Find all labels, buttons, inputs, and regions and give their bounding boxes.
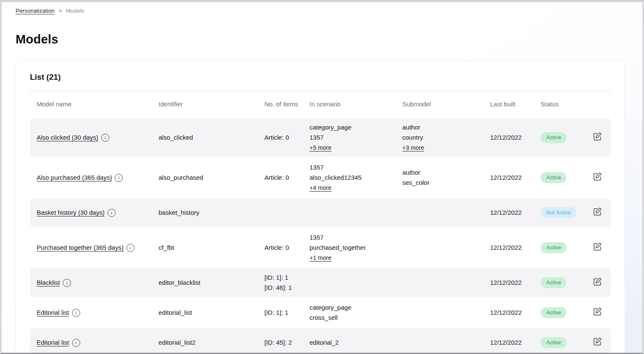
submodel-line: author (402, 168, 484, 178)
info-icon[interactable]: i (72, 309, 80, 317)
edit-pencil-square-icon (593, 172, 602, 181)
table-row: Purchased together (365 days) i cf_fbt A… (30, 228, 611, 267)
model-name-cell: Also clicked (30 days) i (37, 132, 159, 143)
page-title: Models (16, 32, 642, 46)
edit-pencil-square-icon (593, 132, 602, 141)
column-header-last-built: Last built (490, 99, 541, 109)
submodel-cell: authorcountry+3 more (402, 122, 490, 153)
edit-button[interactable] (592, 241, 603, 252)
model-name-link[interactable]: Purchased together (365 days) (37, 243, 124, 253)
edit-button[interactable] (592, 171, 603, 182)
status-badge: Active (541, 307, 566, 318)
info-icon[interactable]: i (127, 244, 135, 252)
info-icon[interactable]: i (72, 339, 80, 347)
scenario-more-link[interactable]: +4 more (310, 183, 331, 193)
status-cell: Not Active (541, 207, 587, 218)
status-badge: Not Active (541, 207, 577, 218)
scenario-more-link[interactable]: +1 more (310, 253, 331, 263)
column-header-identifier: Identifier (159, 99, 264, 109)
items-line: Article: 0 (264, 173, 304, 183)
column-header-model-name: Model name (37, 99, 159, 109)
edit-button[interactable] (592, 276, 603, 287)
scenario-line: editorial_2 (310, 338, 396, 348)
breadcrumb-current-models: Models (66, 8, 84, 14)
submodel-more-link[interactable]: +3 more (402, 143, 424, 153)
table-row: Blacklist i editor_blacklist [ID: 1]: 1[… (30, 268, 611, 297)
submodel-line: country (402, 132, 484, 143)
edit-pencil-square-icon (593, 277, 602, 286)
identifier-cell: also_clicked (159, 132, 264, 143)
scenario-line: also_clicked12345 (310, 173, 396, 183)
no-of-items-cell: Article: 0 (264, 132, 310, 143)
status-badge: Active (541, 277, 566, 288)
model-name-link[interactable]: Basket history (30 days) (37, 208, 105, 218)
app-window: Personalization > Models Models List (21… (0, 0, 644, 354)
items-line: Article: 0 (264, 132, 304, 143)
items-line: Article: 0 (264, 243, 304, 253)
scenario-line: 1357 (310, 232, 396, 243)
model-name-link[interactable]: Also purchased (365 days) (37, 173, 112, 183)
in-scenario-cell: editorial_2 (310, 338, 402, 348)
submodel-line: ses_color (402, 178, 484, 188)
column-header-in-scenario: In scenario (310, 99, 402, 109)
table-header-row: Model name Identifier No. of items In sc… (30, 91, 611, 118)
edit-button[interactable] (592, 336, 603, 347)
column-header-status: Status (541, 99, 587, 109)
edit-pencil-square-icon (593, 307, 602, 316)
info-icon[interactable]: i (115, 174, 123, 182)
last-built-cell: 12/12/2022 (490, 173, 541, 183)
table-row: Editorial list i editorial_list2 [ID: 45… (30, 328, 611, 354)
breadcrumb-link-personalization[interactable]: Personalization (16, 8, 54, 14)
actions-cell (587, 171, 611, 184)
in-scenario-cell: category_page1357+5 more (310, 122, 402, 153)
actions-cell (587, 306, 611, 319)
actions-cell (587, 276, 611, 289)
scenario-more-link[interactable]: +5 more (310, 143, 331, 153)
identifier-cell: editor_blacklist (159, 278, 264, 288)
status-badge: Active (541, 172, 566, 183)
model-name-link[interactable]: Editorial list (37, 338, 69, 348)
model-name-link[interactable]: Blacklist (37, 278, 60, 288)
model-name-cell: Blacklist i (37, 278, 159, 288)
items-line: [ID: 1]: 1 (264, 308, 304, 318)
table-row: Also clicked (30 days) i also_clicked Ar… (30, 118, 611, 157)
last-built-cell: 12/12/2022 (490, 278, 541, 288)
edit-button[interactable] (592, 206, 603, 217)
model-name-cell: Also purchased (365 days) i (37, 173, 159, 183)
list-heading: List (21) (30, 73, 611, 82)
edit-button[interactable] (592, 306, 603, 317)
status-badge: Active (541, 242, 566, 253)
status-cell: Active (541, 132, 587, 143)
identifier-cell: editorial_list2 (159, 338, 264, 348)
in-scenario-cell: category_pagecross_sell (310, 303, 402, 323)
models-page: Personalization > Models Models List (21… (2, 2, 642, 354)
status-cell: Active (541, 277, 587, 288)
no-of-items-cell: Article: 0 (264, 173, 310, 183)
last-built-cell: 12/12/2022 (490, 208, 541, 218)
scenario-line: category_page (310, 122, 396, 132)
identifier-cell: editorial_list (159, 308, 264, 318)
last-built-cell: 12/12/2022 (490, 243, 541, 253)
scenario-line: 1357 (310, 162, 396, 173)
breadcrumb-separator-icon: > (59, 8, 62, 14)
identifier-cell: cf_fbt (159, 243, 264, 253)
model-name-link[interactable]: Editorial list (37, 308, 69, 318)
identifier-cell: also_purchased (159, 173, 264, 183)
column-header-no-of-items: No. of items (264, 99, 310, 109)
actions-cell (587, 336, 611, 349)
no-of-items-cell: [ID: 45]: 2 (264, 338, 310, 348)
model-name-link[interactable]: Also clicked (30 days) (37, 132, 98, 143)
model-name-cell: Editorial list i (37, 338, 159, 348)
info-icon[interactable]: i (108, 209, 116, 217)
model-name-cell: Purchased together (365 days) i (37, 243, 159, 253)
scenario-line: 1357 (310, 132, 396, 143)
submodel-line: author (402, 122, 484, 132)
status-badge: Active (541, 337, 566, 348)
last-built-cell: 12/12/2022 (490, 308, 541, 318)
edit-button[interactable] (592, 131, 603, 142)
scenario-line: cross_sell (310, 313, 396, 323)
info-icon[interactable]: i (63, 279, 71, 287)
edit-pencil-square-icon (593, 337, 602, 346)
status-badge: Active (541, 132, 566, 143)
info-icon[interactable]: i (101, 134, 109, 142)
